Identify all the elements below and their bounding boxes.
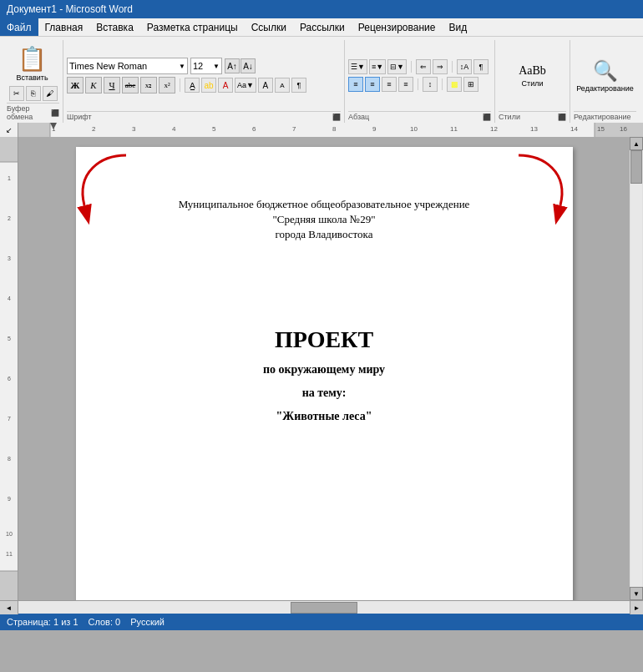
- decrease-indent-button[interactable]: ⇐: [416, 59, 431, 74]
- para-divider3: [418, 78, 418, 90]
- svg-text:2: 2: [8, 215, 11, 221]
- strikethrough-button[interactable]: abc: [122, 77, 139, 93]
- copy-button[interactable]: ⎘: [26, 86, 41, 101]
- svg-text:11: 11: [450, 125, 458, 133]
- editing-group-label: Редактирование: [574, 111, 636, 121]
- svg-text:4: 4: [172, 125, 176, 133]
- styles-expand-icon[interactable]: ⬛: [558, 114, 566, 121]
- cut-button[interactable]: ✂: [9, 86, 24, 101]
- svg-text:10: 10: [410, 125, 418, 133]
- svg-text:5: 5: [212, 125, 216, 133]
- superscript-button[interactable]: x²: [159, 77, 175, 93]
- ruler-corner[interactable]: ↙: [0, 123, 18, 137]
- clipboard-content: 📋 Вставить ✂ ⎘ 🖌: [9, 42, 58, 101]
- styles-section: AaBb Стили Стили ⬛: [495, 40, 570, 123]
- underline-button[interactable]: Ч: [104, 77, 120, 93]
- font-name-selector[interactable]: Times New Roman: [67, 58, 188, 74]
- clipboard-label: Буфер обмена ⬛: [7, 103, 59, 121]
- svg-text:7: 7: [292, 125, 296, 133]
- scroll-right-button[interactable]: ►: [630, 601, 643, 614]
- menu-references[interactable]: Ссылки: [245, 18, 293, 36]
- case-button[interactable]: Aa▼: [235, 78, 256, 93]
- language: Русский: [130, 617, 165, 627]
- word-count: Слов: 0: [89, 617, 121, 627]
- menu-insert[interactable]: Вставка: [89, 18, 140, 36]
- numbered-list-button[interactable]: ≡▼: [369, 59, 386, 74]
- editing-section: 🔍 Редактирование Редактирование: [570, 40, 640, 123]
- main-area: 1 2 3 4 5 6 7 8 9 10 11: [0, 137, 643, 600]
- scroll-left-button[interactable]: ◄: [0, 601, 18, 614]
- shading-button[interactable]: ▩: [447, 77, 462, 92]
- svg-text:3: 3: [8, 255, 11, 261]
- project-title: ПРОЕКТ: [143, 326, 506, 353]
- bullets-button[interactable]: ☰▼: [348, 59, 367, 74]
- line-spacing-button[interactable]: ↕: [423, 77, 438, 92]
- menu-home[interactable]: Главная: [38, 18, 90, 36]
- page-info: Страница: 1 из 1: [7, 617, 78, 627]
- increase-indent-button[interactable]: ⇒: [433, 59, 448, 74]
- paste-button[interactable]: 📋 Вставить: [9, 42, 56, 85]
- font-grow-button[interactable]: A↑: [225, 58, 240, 73]
- right-scrollbar[interactable]: ▲ ▼: [630, 137, 643, 600]
- ribbon-main: 📋 Вставить ✂ ⎘ 🖌 Буфер обмена ⬛: [0, 37, 643, 123]
- ruler-area: ↙ 1 2 3 4 5 6 7 8 9 10 11 12 13 14 15 16: [0, 123, 643, 137]
- styles-label: Стили: [522, 79, 544, 88]
- institution-line2: "Средняя школа №29": [143, 212, 506, 227]
- svg-text:14: 14: [570, 125, 578, 133]
- menu-view[interactable]: Вид: [442, 18, 473, 36]
- svg-text:8: 8: [332, 125, 337, 133]
- bottom-scrollbar: ◄ ►: [0, 600, 643, 614]
- project-subject: по окружающему миру: [143, 363, 506, 376]
- sort-button[interactable]: ↕A: [457, 59, 472, 74]
- svg-text:10: 10: [6, 531, 13, 537]
- clear-format-button[interactable]: ¶: [291, 78, 306, 93]
- justify-button[interactable]: ≡: [398, 77, 413, 92]
- project-theme: "Животные леса": [143, 410, 506, 423]
- text-effects-button[interactable]: A̲: [185, 78, 200, 93]
- paste-icon: 📋: [19, 45, 46, 72]
- h-scroll-thumb[interactable]: [291, 602, 357, 614]
- align-left-button[interactable]: ≡: [348, 77, 363, 92]
- svg-text:5: 5: [8, 336, 11, 341]
- paragraph-expand-icon[interactable]: ⬛: [483, 114, 491, 121]
- menu-file[interactable]: Файл: [0, 18, 38, 36]
- italic-button[interactable]: К: [85, 77, 102, 93]
- menu-review[interactable]: Рецензирование: [352, 18, 443, 36]
- svg-text:16: 16: [620, 125, 627, 133]
- font-label: Шрифт ⬛: [67, 111, 341, 121]
- institution-line1: Муниципальное бюджетное общеобразователь…: [143, 197, 506, 212]
- paragraph-content: ☰▼ ≡▼ ⊟▼ ⇐ ⇒ ↕A ¶ ≡ ≡ ≡ ≡ ↕: [348, 42, 491, 109]
- font-color-button[interactable]: A: [218, 78, 233, 93]
- font-size-adjust2-button[interactable]: A: [275, 78, 290, 93]
- menu-page-layout[interactable]: Разметка страницы: [140, 18, 245, 36]
- styles-button[interactable]: AaBb Стили: [499, 54, 566, 98]
- scroll-down-button[interactable]: ▼: [630, 587, 643, 600]
- format-painter-button[interactable]: 🖌: [43, 86, 58, 101]
- clipboard-expand-icon[interactable]: ⬛: [51, 109, 59, 117]
- font-shrink-button[interactable]: A↓: [240, 58, 256, 73]
- show-marks-button[interactable]: ¶: [473, 59, 489, 74]
- highlight-button[interactable]: ab: [201, 78, 216, 93]
- scroll-thumb[interactable]: [630, 150, 642, 184]
- svg-text:12: 12: [490, 125, 498, 133]
- align-center-button[interactable]: ≡: [365, 77, 380, 92]
- align-right-button[interactable]: ≡: [382, 77, 397, 92]
- document-scroll[interactable]: Муниципальное бюджетное общеобразователь…: [18, 137, 630, 600]
- borders-button[interactable]: ⊞: [463, 77, 478, 92]
- svg-text:11: 11: [6, 551, 13, 557]
- project-theme-label: на тему:: [143, 387, 506, 400]
- subscript-button[interactable]: x₂: [140, 77, 157, 93]
- title-bar: Документ1 - Microsoft Word: [0, 0, 643, 18]
- bold-button[interactable]: Ж: [67, 77, 84, 93]
- font-size-adjust-button[interactable]: A: [258, 78, 273, 93]
- multilevel-list-button[interactable]: ⊟▼: [387, 59, 407, 74]
- para-divider2: [452, 61, 453, 73]
- paragraph-section: ☰▼ ≡▼ ⊟▼ ⇐ ⇒ ↕A ¶ ≡ ≡ ≡ ≡ ↕: [345, 40, 495, 123]
- editing-button[interactable]: 🔍 Редактирование: [574, 54, 636, 98]
- font-size-selector[interactable]: 12: [190, 58, 222, 74]
- scroll-up-button[interactable]: ▲: [630, 137, 643, 150]
- scroll-track: [630, 150, 642, 587]
- menu-mailings[interactable]: Рассылки: [293, 18, 352, 36]
- paragraph-label: Абзац ⬛: [348, 111, 491, 121]
- font-expand-icon[interactable]: ⬛: [332, 114, 341, 121]
